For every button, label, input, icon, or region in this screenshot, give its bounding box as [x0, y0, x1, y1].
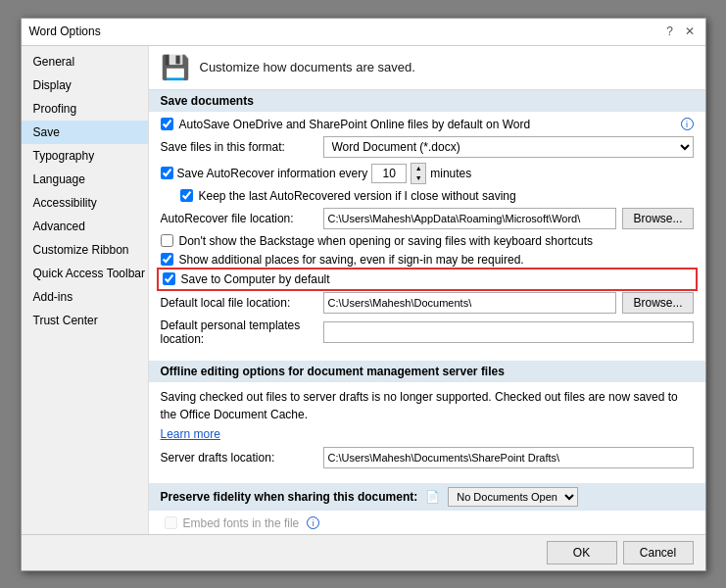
default-local-row: Default local file location: Browse... — [161, 292, 694, 314]
main-content: 💾 Customize how documents are saved. Sav… — [149, 46, 705, 534]
keep-last-label: Keep the last AutoRecovered version if I… — [199, 189, 694, 203]
header-description: Customize how documents are saved. — [200, 60, 415, 74]
dialog-body: General Display Proofing Save Typography… — [22, 46, 705, 534]
dialog-footer: OK Cancel — [22, 534, 705, 570]
server-drafts-label: Server drafts location: — [161, 451, 317, 465]
title-bar: Word Options ? ✕ — [22, 19, 705, 46]
default-templates-label: Default personal templates location: — [161, 318, 317, 346]
format-select[interactable]: Word Document (*.docx) — [323, 136, 694, 158]
sidebar-item-quick-access[interactable]: Quick Access Toolbar — [22, 262, 148, 285]
autorecover-location-row: AutoRecover file location: Browse... — [161, 208, 694, 229]
fidelity-header: Preserve fidelity when sharing this docu… — [149, 483, 705, 511]
sidebar-item-typography[interactable]: Typography — [22, 144, 148, 168]
embed-fonts-info-icon[interactable]: i — [307, 516, 319, 529]
sidebar-item-language[interactable]: Language — [22, 168, 148, 191]
save-computer-label: Save to Computer by default — [181, 272, 330, 286]
backstage-row: Don't show the Backstage when opening or… — [161, 234, 694, 248]
additional-places-label: Show additional places for saving, even … — [179, 253, 694, 267]
autorecover-location-label: AutoRecover file location: — [161, 212, 317, 225]
format-row: Save files in this format: Word Document… — [161, 136, 694, 158]
default-local-input[interactable] — [323, 292, 617, 314]
backstage-checkbox[interactable] — [161, 234, 173, 247]
backstage-label: Don't show the Backstage when opening or… — [179, 234, 694, 248]
server-drafts-input[interactable] — [323, 447, 694, 468]
autorecover-label: Save AutoRecover information every — [177, 167, 368, 180]
save-documents-section: Save documents AutoSave OneDrive and Sha… — [149, 90, 705, 357]
autosave-checkbox[interactable] — [161, 118, 173, 130]
autosave-row: AutoSave OneDrive and SharePoint Online … — [161, 118, 694, 131]
sidebar-item-customize-ribbon[interactable]: Customize Ribbon — [22, 238, 148, 262]
sidebar-item-accessibility[interactable]: Accessibility — [22, 191, 148, 215]
autosave-info-icon[interactable]: i — [681, 118, 694, 130]
additional-places-row: Show additional places for saving, even … — [161, 253, 694, 267]
autorecover-unit: minutes — [430, 167, 471, 180]
autorecover-location-input[interactable] — [323, 208, 617, 229]
keep-last-row: Keep the last AutoRecovered version if I… — [161, 189, 694, 203]
autorecover-checkbox[interactable] — [161, 167, 173, 179]
sidebar-item-advanced[interactable]: Advanced — [22, 215, 148, 238]
additional-places-checkbox[interactable] — [161, 253, 173, 266]
offline-description: Saving checked out files to server draft… — [161, 388, 694, 423]
fidelity-document-select[interactable]: No Documents Open — [448, 487, 578, 507]
ok-button[interactable]: OK — [547, 541, 617, 564]
browse-autorecover-button[interactable]: Browse... — [622, 208, 693, 229]
sidebar: General Display Proofing Save Typography… — [22, 46, 149, 534]
offline-section-header: Offline editing options for document man… — [149, 361, 705, 382]
embed-fonts-label: Embed fonts in the file — [183, 516, 300, 530]
content-scroll[interactable]: Save documents AutoSave OneDrive and Sha… — [149, 90, 705, 534]
fidelity-header-label: Preserve fidelity when sharing this docu… — [161, 490, 418, 504]
autosave-label: AutoSave OneDrive and SharePoint Online … — [179, 118, 673, 131]
fidelity-section: Preserve fidelity when sharing this docu… — [149, 483, 705, 534]
minutes-up-button[interactable]: ▲ — [411, 164, 425, 173]
word-options-dialog: Word Options ? ✕ General Display Proofin… — [21, 18, 706, 571]
autorecover-row: Save AutoRecover information every ▲ ▼ m… — [161, 163, 694, 184]
autorecover-minutes-input[interactable] — [371, 164, 407, 183]
default-templates-row: Default personal templates location: — [161, 318, 694, 346]
help-button[interactable]: ? — [662, 24, 678, 39]
browse-local-button[interactable]: Browse... — [622, 292, 693, 314]
offline-section: Offline editing options for document man… — [149, 361, 705, 479]
learn-more-link[interactable]: Learn more — [161, 427, 220, 441]
server-drafts-row: Server drafts location: — [161, 447, 694, 468]
save-header-icon: 💾 — [161, 54, 190, 81]
dialog-title: Word Options — [29, 24, 101, 38]
content-header: 💾 Customize how documents are saved. — [149, 46, 705, 90]
title-buttons: ? ✕ — [662, 24, 698, 39]
cancel-button[interactable]: Cancel — [623, 541, 694, 564]
save-computer-row: Save to Computer by default — [161, 271, 694, 287]
format-label: Save files in this format: — [161, 140, 317, 154]
embed-fonts-checkbox — [165, 516, 177, 529]
minutes-spinner: ▲ ▼ — [411, 163, 426, 184]
sidebar-item-trust-center[interactable]: Trust Center — [22, 309, 148, 332]
sidebar-item-save[interactable]: Save — [22, 121, 148, 144]
keep-last-checkbox[interactable] — [180, 189, 193, 202]
close-button[interactable]: ✕ — [682, 24, 698, 39]
sidebar-item-display[interactable]: Display — [22, 74, 148, 97]
save-documents-header: Save documents — [149, 90, 705, 112]
sidebar-item-addins[interactable]: Add-ins — [22, 285, 148, 309]
document-icon: 📄 — [425, 490, 440, 504]
default-templates-input[interactable] — [323, 321, 694, 343]
sidebar-item-proofing[interactable]: Proofing — [22, 97, 148, 121]
save-computer-checkbox[interactable] — [163, 272, 175, 285]
sidebar-item-general[interactable]: General — [22, 50, 148, 74]
default-local-label: Default local file location: — [161, 296, 317, 310]
minutes-down-button[interactable]: ▼ — [411, 173, 425, 183]
embed-fonts-row: Embed fonts in the file i — [161, 516, 694, 530]
